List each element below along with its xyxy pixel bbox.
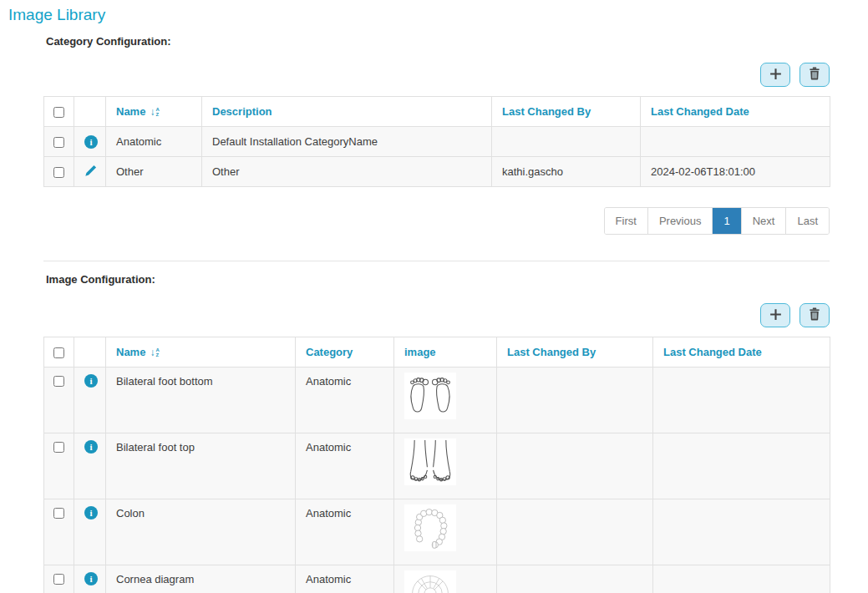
image-name: Colon xyxy=(106,499,296,565)
category-last-changed-date: 2024-02-06T18:01:00 xyxy=(641,157,830,187)
category-configuration-table: Name↓AZ Description Last Changed By Last… xyxy=(43,96,830,187)
pagination-previous-button[interactable]: Previous xyxy=(647,208,713,234)
info-icon[interactable]: i xyxy=(84,506,98,520)
info-icon[interactable]: i xyxy=(84,440,98,454)
section-divider xyxy=(43,261,830,261)
pagination-page-1-button[interactable]: 1 xyxy=(712,208,740,234)
info-icon[interactable]: i xyxy=(84,135,98,149)
category-last-changed-by: kathi.gascho xyxy=(492,157,641,187)
plus-icon xyxy=(769,67,783,84)
image-last-changed-by xyxy=(497,565,653,593)
trash-icon xyxy=(808,67,821,83)
actions-column-header xyxy=(74,97,106,127)
info-icon[interactable]: i xyxy=(84,374,98,388)
category-table-header-row: Name↓AZ Description Last Changed By Last… xyxy=(44,97,830,127)
last-changed-date-column-header: Last Changed Date xyxy=(653,337,830,367)
last-changed-date-column-header: Last Changed Date xyxy=(641,97,830,127)
image-last-changed-date xyxy=(653,499,830,565)
row-checkbox[interactable] xyxy=(53,574,64,585)
image-name: Cornea diagram xyxy=(106,565,296,593)
add-category-button[interactable] xyxy=(760,63,790,87)
image-category: Anatomic xyxy=(296,433,394,499)
image-toolbar xyxy=(43,303,830,327)
pagination-next-button[interactable]: Next xyxy=(741,208,786,234)
row-checkbox[interactable] xyxy=(53,167,64,178)
pagination-first-button[interactable]: First xyxy=(605,208,647,234)
select-all-images-cell xyxy=(44,337,74,367)
info-icon[interactable]: i xyxy=(84,572,98,585)
bilateral-foot-bottom-drawing xyxy=(404,373,456,419)
image-category: Anatomic xyxy=(296,499,394,565)
category-row-other: Other Other kathi.gascho 2024-02-06T18:0… xyxy=(44,157,830,187)
category-description: Other xyxy=(202,157,492,187)
name-column-header[interactable]: Name↓AZ xyxy=(106,337,296,367)
sort-alpha-down-icon: ↓AZ xyxy=(150,347,159,357)
category-configuration-heading: Category Configuration: xyxy=(46,35,868,48)
category-toolbar xyxy=(43,63,830,87)
page-title: Image Library xyxy=(8,5,868,25)
colon-drawing xyxy=(404,504,456,551)
select-all-images-checkbox[interactable] xyxy=(53,347,64,358)
category-pagination: First Previous 1 Next Last xyxy=(43,207,830,235)
delete-image-button[interactable] xyxy=(799,303,830,327)
image-category: Anatomic xyxy=(296,565,394,593)
select-all-categories-cell xyxy=(44,97,74,127)
image-column-header: image xyxy=(394,337,497,367)
image-row-cornea-diagram: i Cornea diagram Anatomic xyxy=(44,565,830,593)
image-name: Bilateral foot bottom xyxy=(106,367,296,433)
image-last-changed-by xyxy=(497,499,653,565)
sort-alpha-down-icon: ↓AZ xyxy=(150,107,159,117)
category-last-changed-date xyxy=(641,127,830,157)
image-category: Anatomic xyxy=(296,367,394,433)
image-last-changed-date xyxy=(653,565,830,593)
trash-icon xyxy=(808,307,821,323)
pagination-last-button[interactable]: Last xyxy=(785,208,829,234)
add-image-button[interactable] xyxy=(760,303,790,327)
image-table-header-row: Name↓AZ Category image Last Changed By L… xyxy=(44,337,830,367)
image-name: Bilateral foot top xyxy=(106,433,296,499)
category-last-changed-by xyxy=(492,127,641,157)
image-row-bilateral-foot-bottom: i Bilateral foot bottom Anatomic xyxy=(44,367,830,433)
image-row-bilateral-foot-top: i Bilateral foot top Anatomic xyxy=(44,433,830,499)
actions-column-header xyxy=(74,337,106,367)
description-column-header: Description xyxy=(202,97,492,127)
image-thumbnail-cell xyxy=(394,367,497,433)
category-row-anatomic: i Anatomic Default Installation Category… xyxy=(44,127,830,157)
image-last-changed-by xyxy=(497,367,653,433)
row-checkbox[interactable] xyxy=(53,508,64,519)
bilateral-foot-top-drawing xyxy=(404,438,456,485)
row-checkbox[interactable] xyxy=(53,137,64,148)
image-thumbnail-cell xyxy=(394,433,497,499)
select-all-categories-checkbox[interactable] xyxy=(53,107,64,118)
image-last-changed-date xyxy=(653,433,830,499)
image-last-changed-by xyxy=(497,433,653,499)
edit-icon[interactable] xyxy=(84,165,97,180)
image-thumbnail-cell xyxy=(394,499,497,565)
last-changed-by-column-header: Last Changed By xyxy=(492,97,641,127)
plus-icon xyxy=(769,307,783,324)
last-changed-by-column-header: Last Changed By xyxy=(497,337,653,367)
row-checkbox[interactable] xyxy=(53,376,64,387)
category-name: Anatomic xyxy=(106,127,202,157)
image-thumbnail-cell xyxy=(394,565,497,593)
category-column-header: Category xyxy=(296,337,394,367)
category-description: Default Installation CategoryName xyxy=(202,127,492,157)
image-configuration-heading: Image Configuration: xyxy=(46,273,868,286)
cornea-diagram-drawing xyxy=(404,570,456,593)
delete-category-button[interactable] xyxy=(799,63,830,87)
image-configuration-table: Name↓AZ Category image Last Changed By L… xyxy=(43,337,830,593)
image-last-changed-date xyxy=(653,367,830,433)
name-column-header[interactable]: Name↓AZ xyxy=(106,97,202,127)
row-checkbox[interactable] xyxy=(53,442,64,453)
category-name: Other xyxy=(106,157,202,187)
image-row-colon: i Colon Anatomic xyxy=(44,499,830,565)
